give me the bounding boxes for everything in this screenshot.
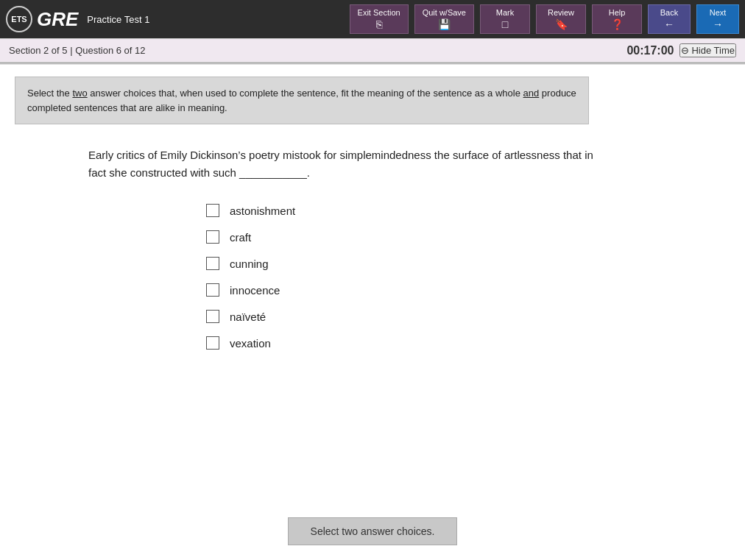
main-content: Select the two answer choices that, when… — [0, 65, 745, 361]
save-icon: 💾 — [438, 18, 451, 30]
question-text: Early critics of Emily Dickinson’s poetr… — [88, 146, 604, 182]
exit-section-button[interactable]: Exit Section ⎘ — [350, 4, 409, 34]
answer-choice-f[interactable]: vexation — [206, 336, 730, 350]
checkbox-c[interactable] — [206, 257, 219, 270]
next-button[interactable]: Next → — [696, 4, 739, 34]
subheader: Section 2 of 5 | Question 6 of 12 00:17:… — [0, 38, 745, 63]
checkbox-b[interactable] — [206, 230, 219, 244]
answer-choice-d[interactable]: innocence — [206, 283, 730, 297]
answer-choice-b[interactable]: craft — [206, 230, 730, 244]
header: ETS GRE Practice Test 1 Exit Section ⎘ Q… — [0, 0, 745, 38]
back-button[interactable]: Back ← — [648, 4, 691, 34]
checkbox-e[interactable] — [206, 310, 219, 323]
test-title: Practice Test 1 — [87, 14, 149, 25]
answer-choice-c[interactable]: cunning — [206, 257, 730, 270]
gre-label: GRE — [37, 8, 78, 31]
mark-icon: □ — [502, 18, 508, 30]
help-button[interactable]: Help ❓ — [592, 4, 642, 34]
choice-label-c: cunning — [230, 258, 269, 270]
help-icon: ❓ — [611, 18, 624, 30]
choice-label-d: innocence — [230, 284, 280, 297]
choice-label-a: astonishment — [230, 205, 295, 217]
select-notice: Select two answer choices. — [288, 517, 458, 545]
checkbox-d[interactable] — [206, 283, 219, 297]
logo-area: ETS GRE Practice Test 1 — [6, 6, 149, 32]
instructions-box: Select the two answer choices that, when… — [15, 77, 589, 124]
exit-icon: ⎘ — [376, 18, 382, 30]
answer-choice-e[interactable]: naïveté — [206, 310, 730, 323]
checkbox-f[interactable] — [206, 336, 219, 350]
hide-time-button[interactable]: ⊖ Hide Time — [679, 43, 736, 57]
ets-logo: ETS — [6, 6, 32, 32]
answer-choices-list: astonishmentcraftcunninginnocencenaïveté… — [206, 204, 730, 350]
section-question-info: Section 2 of 5 | Question 6 of 12 — [9, 45, 146, 56]
next-arrow-icon: → — [713, 18, 723, 30]
quit-save-button[interactable]: Quit w/Save 💾 — [414, 4, 474, 34]
answer-choice-a[interactable]: astonishment — [206, 204, 730, 217]
timer-display: 00:17:00 — [626, 44, 674, 57]
footer: Select two answer choices. — [0, 517, 745, 545]
choice-label-e: naïveté — [230, 311, 266, 323]
mark-button[interactable]: Mark □ — [480, 4, 530, 34]
choice-label-f: vexation — [230, 337, 271, 350]
review-button[interactable]: Review 🔖 — [536, 4, 586, 34]
back-arrow-icon: ← — [664, 18, 674, 30]
choice-label-b: craft — [230, 231, 251, 244]
review-icon: 🔖 — [555, 18, 568, 30]
timer-area: 00:17:00 ⊖ Hide Time — [626, 43, 736, 57]
hide-time-icon: ⊖ — [681, 45, 689, 56]
checkbox-a[interactable] — [206, 204, 219, 217]
